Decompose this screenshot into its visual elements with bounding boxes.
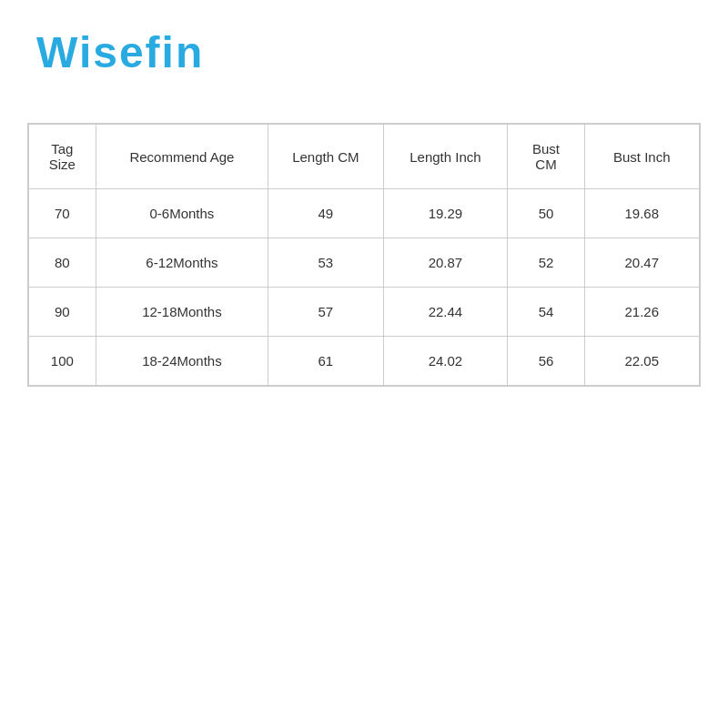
header-recommend-age: Recommend Age	[96, 125, 268, 189]
header-bust-cm: BustCM	[508, 125, 584, 189]
cell-bust-inch: 20.47	[584, 238, 699, 288]
size-chart-table: TagSize Recommend Age Length CM Length I…	[28, 124, 700, 386]
cell-bust-cm: 50	[508, 189, 584, 238]
cell-bust-cm: 52	[508, 238, 584, 288]
cell-length-inch: 20.87	[383, 238, 508, 288]
table-row: 9012-18Months5722.445421.26	[29, 288, 700, 337]
cell-bust-cm: 56	[508, 337, 584, 386]
brand-logo: Wisefin	[36, 28, 204, 76]
cell-bust-inch: 21.26	[584, 288, 699, 337]
cell-length-cm: 61	[268, 337, 383, 386]
cell-recommend-age: 12-18Months	[96, 288, 268, 337]
cell-length-inch: 19.29	[383, 189, 508, 238]
cell-length-inch: 24.02	[383, 337, 508, 386]
cell-bust-inch: 19.68	[584, 189, 699, 238]
cell-bust-cm: 54	[508, 288, 584, 337]
cell-tag: 100	[29, 337, 96, 386]
header-length-inch: Length Inch	[383, 125, 508, 189]
cell-tag: 80	[29, 238, 96, 288]
cell-tag: 70	[29, 189, 96, 238]
cell-length-cm: 57	[268, 288, 383, 337]
page-container: Wisefin TagSize Recommend Age Length CM …	[0, 0, 728, 728]
header-length-cm: Length CM	[268, 125, 383, 189]
size-chart-table-wrapper: TagSize Recommend Age Length CM Length I…	[27, 123, 701, 387]
table-row: 700-6Months4919.295019.68	[29, 189, 700, 238]
header-tag-size: TagSize	[29, 125, 96, 189]
table-row: 806-12Months5320.875220.47	[29, 238, 700, 288]
cell-bust-inch: 22.05	[584, 337, 699, 386]
cell-length-cm: 53	[268, 238, 383, 288]
cell-recommend-age: 0-6Months	[96, 189, 268, 238]
table-row: 10018-24Months6124.025622.05	[29, 337, 700, 386]
cell-length-cm: 49	[268, 189, 383, 238]
cell-length-inch: 22.44	[383, 288, 508, 337]
cell-recommend-age: 6-12Months	[96, 238, 268, 288]
table-header-row: TagSize Recommend Age Length CM Length I…	[29, 125, 700, 189]
header-bust-inch: Bust Inch	[584, 125, 699, 189]
cell-recommend-age: 18-24Months	[96, 337, 268, 386]
logo-area: Wisefin	[27, 18, 701, 96]
cell-tag: 90	[29, 288, 96, 337]
